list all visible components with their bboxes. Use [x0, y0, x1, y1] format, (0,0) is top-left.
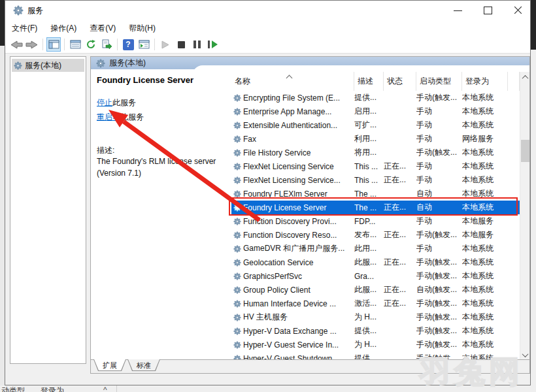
background-window-edge — [531, 50, 536, 392]
toolbar-separator — [42, 39, 43, 50]
service-gear-icon — [231, 231, 243, 239]
column-header-name[interactable]: 名称 — [231, 72, 354, 91]
stop-service-link[interactable]: 停止 — [97, 98, 112, 107]
column-header-label: 启动类型 — [420, 76, 451, 87]
toolbar-separator — [64, 39, 65, 50]
restart-service-suffix: 此服务 — [120, 112, 144, 122]
stop-service-icon[interactable] — [174, 37, 188, 52]
table-row[interactable]: Foundry FLEXlm ServerThe ...自动本地系统 — [231, 187, 520, 201]
tab-standard[interactable]: 标准 — [127, 359, 160, 371]
cell-status: 正在... — [384, 161, 416, 172]
cell-logon: 本地系统 — [462, 147, 508, 158]
cell-type: 手动 — [416, 216, 462, 227]
view-tabs-footer: 扩展 标准 — [91, 359, 529, 373]
cell-status: 正在... — [384, 257, 416, 268]
maximize-button[interactable] — [480, 3, 495, 18]
restart-service-link[interactable]: 重启动 — [97, 112, 120, 122]
table-row[interactable]: Group Policy Client此服...正在...自动(触发...本地系… — [231, 283, 520, 297]
show-action-pane-icon[interactable] — [137, 37, 151, 52]
stop-square — [178, 41, 185, 48]
scroll-down-button[interactable] — [520, 350, 530, 360]
table-row[interactable]: Foundry License ServerThe ...正在...自动本地系统 — [231, 201, 520, 214]
cell-name: FlexNet Licensing Service — [243, 162, 354, 171]
menu-action[interactable]: 操作(A) — [44, 21, 83, 36]
cell-desc: This ... — [354, 162, 384, 171]
service-gear-icon — [231, 245, 243, 253]
cell-desc: 提供... — [354, 325, 384, 336]
tab-standard-label: 标准 — [127, 359, 160, 371]
help-icon[interactable]: ? — [121, 37, 135, 52]
table-row[interactable]: GraphicsPerfSvcGra...手动(触发...本地系统 — [231, 269, 520, 283]
table-row[interactable]: Extensible Authentication...可扩...手动本地系统 — [231, 118, 520, 132]
partial-column-header: 动类型 — [1, 385, 25, 392]
vertical-scrollbar[interactable] — [520, 72, 529, 360]
cell-logon: 本地系统 — [462, 92, 508, 103]
table-row[interactable]: Hyper-V Guest Service In...为 H...手动(触发..… — [231, 338, 520, 351]
table-row[interactable]: Geolocation Service此服...正在...手动(触发...本地系… — [231, 255, 520, 269]
close-icon — [514, 7, 522, 14]
cell-desc: 此服... — [354, 257, 384, 268]
pane-header-label: 服务(本地) — [109, 57, 146, 69]
cell-type: 手动 — [416, 161, 462, 172]
table-row[interactable]: HV 主机服务为 H...手动(触发...本地系统 — [231, 310, 520, 324]
column-header-status[interactable]: 状态 — [384, 72, 416, 91]
column-header-label: 状态 — [387, 76, 403, 87]
table-row[interactable]: FlexNet Licensing Service...This ...正在..… — [231, 173, 520, 187]
cell-name: Geolocation Service — [243, 258, 354, 267]
cell-logon: 本地系统 — [462, 339, 508, 350]
minimize-button[interactable] — [450, 3, 465, 18]
properties-icon[interactable] — [68, 37, 82, 52]
cell-name: Fax — [243, 135, 354, 144]
cell-desc: 为 H... — [354, 312, 384, 323]
start-service-icon[interactable] — [158, 37, 173, 52]
table-row[interactable]: Human Interface Device ...激活...正在...手动(触… — [231, 297, 520, 310]
close-button[interactable] — [511, 3, 525, 18]
service-gear-icon — [231, 327, 243, 335]
table-row[interactable]: Enterprise App Manage...启用...手动本地系统 — [231, 105, 520, 118]
cell-type: 手动 — [416, 133, 462, 144]
service-gear-icon — [231, 149, 243, 157]
cell-logon: 本地系统 — [462, 270, 508, 282]
column-header-label: 登录为 — [465, 76, 489, 87]
chevron-down-icon — [522, 351, 529, 357]
refresh-icon[interactable] — [84, 37, 98, 52]
table-row[interactable]: Function Discovery Reso...发布...正在...手动(触… — [231, 228, 520, 242]
menu-view[interactable]: 查看(V) — [83, 21, 122, 36]
show-console-tree-icon[interactable] — [46, 37, 61, 52]
back-icon[interactable] — [9, 37, 24, 52]
services-gear-icon — [13, 5, 24, 16]
forward-icon[interactable] — [25, 37, 39, 52]
scrollbar-thumb[interactable] — [521, 140, 529, 162]
tab-extended[interactable]: 扩展 — [93, 359, 126, 371]
tree-item-label: 服务(本地) — [25, 60, 61, 71]
pause-service-icon[interactable] — [190, 37, 204, 52]
cell-name: GameDVR 和广播用户服务... — [243, 243, 354, 254]
service-gear-icon — [231, 204, 243, 212]
column-header-description[interactable]: 描述 — [354, 72, 384, 91]
scroll-up-button[interactable] — [520, 72, 530, 82]
table-row[interactable]: GameDVR 和广播用户服务...此用...手动本地系统 — [231, 242, 520, 255]
table-row[interactable]: Fax利用...手动网络服务 — [231, 132, 520, 146]
cell-type: 手动 — [416, 243, 462, 254]
tree-item-services-local[interactable]: 服务(本地) — [12, 59, 84, 72]
services-gear-icon — [14, 61, 22, 70]
table-row[interactable]: Encrypting File System (E...提供...手动(触发..… — [231, 91, 520, 105]
column-header-logon-as[interactable]: 登录为 — [462, 72, 508, 91]
export-list-icon[interactable] — [99, 37, 114, 52]
tab-extended-label: 扩展 — [93, 359, 126, 371]
table-row[interactable]: FlexNet Licensing ServiceThis ...正在...手动… — [231, 159, 520, 173]
menu-help[interactable]: 帮助(H) — [122, 21, 162, 36]
menu-file[interactable]: 文件(F) — [5, 21, 44, 36]
table-row[interactable]: File History Service将用...手动(触发...本地系统 — [231, 146, 520, 159]
cell-type: 自动 — [416, 202, 462, 213]
column-header-startup-type[interactable]: 启动类型 — [416, 72, 462, 91]
table-row[interactable]: Function Discovery Provi...FDP...手动本地服务 — [231, 214, 520, 228]
service-gear-icon — [231, 272, 243, 280]
cell-name: Encrypting File System (E... — [243, 93, 354, 103]
cell-logon: 本地服务 — [462, 229, 508, 240]
table-row[interactable]: Hyper-V Data Exchange ...提供...手动(触发...本地… — [231, 324, 520, 338]
cell-logon: 本地系统 — [462, 284, 508, 295]
cell-logon: 网络服务 — [462, 133, 508, 144]
restart-service-icon[interactable] — [205, 37, 220, 52]
stop-service-suffix: 此服务 — [112, 98, 136, 107]
